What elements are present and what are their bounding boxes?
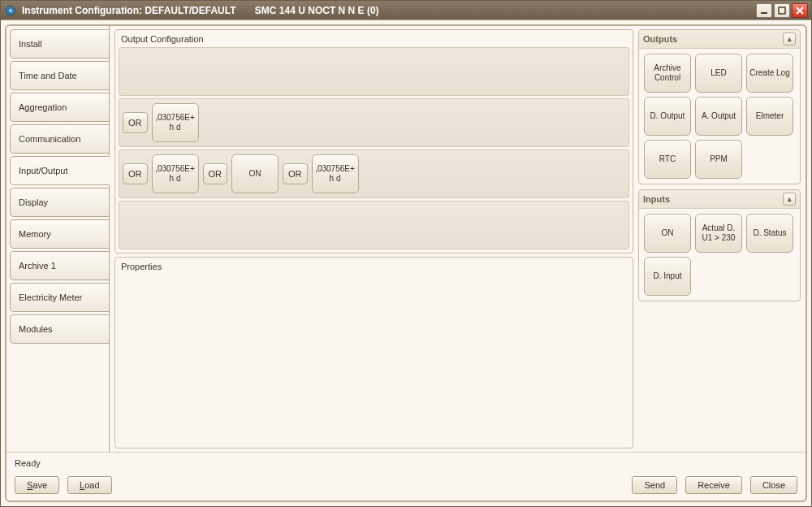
output-slot[interactable]: OR,030756E+ h d [119, 98, 629, 147]
window-body: InstallTime and DateAggregationCommunica… [5, 24, 807, 502]
close-button[interactable]: Close [750, 476, 797, 494]
output-slot[interactable] [119, 47, 629, 96]
main-area: InstallTime and DateAggregationCommunica… [6, 26, 806, 452]
footer-left-buttons: Save Load [15, 476, 112, 494]
output-item[interactable]: D. Output [644, 97, 691, 136]
config-block[interactable]: ,030756E+ h d [152, 103, 199, 142]
output-item[interactable]: Elmeter [746, 97, 793, 136]
svg-rect-3 [779, 7, 785, 14]
tab-aggregation[interactable]: Aggregation [10, 93, 109, 122]
chevron-up-icon: ▴ [788, 195, 792, 203]
output-item[interactable]: LED [695, 54, 742, 93]
center-panel: Output Configuration OR,030756E+ h dOR,0… [109, 26, 806, 452]
inputs-collapse-button[interactable]: ▴ [783, 193, 796, 206]
footer: Ready Save Load Send Receive Close [6, 452, 806, 500]
outputs-panel-header: Outputs ▴ [639, 30, 800, 49]
properties-title: Properties [121, 262, 628, 271]
inputs-panel: Inputs ▴ ONActual D. U1 > 230D. StatusD.… [638, 189, 801, 301]
titlebar[interactable]: Instrument Configuration: DEFAULT/DEFAUL… [1, 1, 811, 20]
maximize-button[interactable] [774, 3, 790, 18]
outputs-collapse-button[interactable]: ▴ [783, 32, 796, 46]
outputs-panel: Outputs ▴ Archive ControlLEDCreate LogD.… [638, 29, 801, 184]
output-config-slots: OR,030756E+ h dOR,030756E+ h dORONOR,030… [119, 47, 629, 249]
status-text: Ready [15, 457, 797, 471]
input-item[interactable]: ON [644, 214, 691, 253]
output-config-title: Output Configuration [121, 34, 628, 44]
tab-input-output[interactable]: Input/Output [10, 156, 110, 185]
footer-buttons: Save Load Send Receive Close [15, 476, 797, 494]
inputs-panel-header: Inputs ▴ [639, 190, 800, 209]
output-item[interactable]: RTC [644, 140, 691, 179]
footer-right-buttons: Send Receive Close [632, 476, 797, 494]
app-window: Instrument Configuration: DEFAULT/DEFAUL… [0, 0, 812, 507]
tab-memory[interactable]: Memory [10, 219, 109, 249]
logic-operator[interactable]: OR [123, 163, 148, 184]
logic-operator[interactable]: OR [283, 163, 308, 184]
logic-operator[interactable]: OR [203, 163, 228, 184]
tab-communication[interactable]: Communication [10, 124, 109, 154]
tab-display[interactable]: Display [10, 188, 109, 217]
input-item[interactable]: D. Input [644, 257, 691, 296]
inputs-panel-body: ONActual D. U1 > 230D. StatusD. Input [639, 209, 800, 301]
logic-operator[interactable]: OR [123, 112, 148, 133]
outputs-panel-body: Archive ControlLEDCreate LogD. OutputA. … [639, 49, 800, 184]
svg-point-1 [9, 9, 12, 12]
side-column: Outputs ▴ Archive ControlLEDCreate LogD.… [638, 29, 801, 448]
config-block[interactable]: ON [231, 154, 279, 193]
tab-time-and-date[interactable]: Time and Date [10, 61, 109, 90]
tab-electricity-meter[interactable]: Electricity Meter [10, 283, 109, 312]
config-block[interactable]: ,030756E+ h d [152, 154, 199, 193]
inputs-panel-title: Inputs [643, 194, 670, 204]
input-item[interactable]: D. Status [746, 214, 793, 253]
close-window-button[interactable] [792, 3, 808, 18]
output-slot[interactable]: OR,030756E+ h dORONOR,030756E+ h d [119, 150, 629, 198]
config-column: Output Configuration OR,030756E+ h dOR,0… [114, 29, 633, 448]
load-button[interactable]: Load [67, 476, 111, 494]
output-item[interactable]: Archive Control [644, 54, 691, 93]
receive-button[interactable]: Receive [685, 476, 742, 494]
output-item[interactable]: PPM [695, 140, 742, 179]
output-item[interactable]: Create Log [746, 54, 793, 93]
window-title: Instrument Configuration: DEFAULT/DEFAUL… [22, 5, 756, 16]
left-tab-strip: InstallTime and DateAggregationCommunica… [6, 26, 109, 452]
chevron-up-icon: ▴ [788, 35, 792, 43]
output-configuration-group: Output Configuration OR,030756E+ h dOR,0… [114, 29, 633, 254]
app-icon [4, 4, 17, 17]
output-slot[interactable] [119, 201, 629, 249]
input-item[interactable]: Actual D. U1 > 230 [695, 214, 742, 253]
save-button[interactable]: Save [15, 476, 59, 494]
minimize-button[interactable] [756, 3, 772, 18]
config-block[interactable]: ,030756E+ h d [312, 154, 359, 193]
send-button[interactable]: Send [632, 476, 677, 494]
tab-install[interactable]: Install [10, 29, 109, 58]
output-item[interactable]: A. Output [695, 97, 742, 136]
tab-modules[interactable]: Modules [10, 314, 109, 344]
window-controls [756, 3, 808, 18]
properties-group: Properties [114, 257, 633, 448]
tab-archive-1[interactable]: Archive 1 [10, 251, 109, 280]
outputs-panel-title: Outputs [643, 34, 677, 44]
